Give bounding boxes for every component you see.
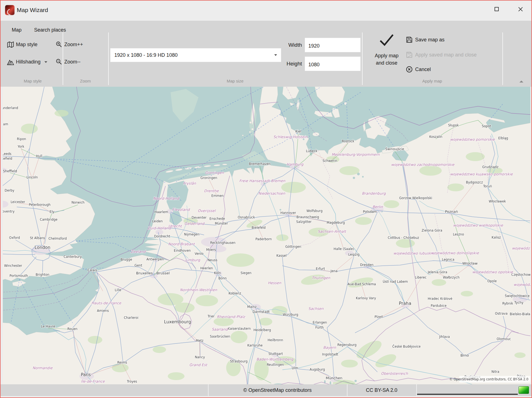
hillshading-button[interactable]: Hillshading	[7, 58, 47, 66]
map-label-city: Świnoujście	[385, 147, 404, 151]
map-label-region: Limburg	[185, 258, 200, 262]
map-label-city: Saarbrücken	[210, 335, 230, 338]
map-label-city: Strasbourg	[230, 359, 247, 363]
map-label-city: Karlovy Vary	[356, 296, 376, 300]
status-bar: © OpenStreetMap contributors CC BY-SA 2.…	[1, 384, 531, 396]
collapse-ribbon-button[interactable]	[519, 81, 523, 83]
map-label-city: Recklinghausen	[210, 241, 236, 245]
zoom-out-label: Zoom--	[64, 59, 81, 65]
map-label-city: Plzeň	[375, 315, 383, 319]
status-separator	[416, 384, 417, 396]
map-label-region: Schleswig-Holstein	[273, 135, 308, 139]
map-label-region: Zuid-Holland	[148, 226, 171, 230]
map-label-city: Bielefeld	[252, 226, 266, 230]
map-label-city: Aue-Bad Schlema	[347, 282, 376, 286]
map-label-city: Ostrava	[495, 312, 507, 315]
map-viewport[interactable]: SunderlandDurhamRiponYorkLeedsWakefieldH…	[3, 87, 530, 384]
map-label-city: Heidelberg	[254, 328, 271, 332]
map-label-city: Gent	[134, 263, 142, 267]
map-label-city: Antwerpen	[146, 257, 164, 261]
group-separator	[502, 32, 503, 85]
map-label-city: Erfurt	[316, 267, 325, 271]
map-label-city: České Budějovice	[392, 344, 420, 348]
map-label-region: Fryslân	[183, 181, 196, 185]
map-label-region: Brandenburg	[362, 191, 386, 196]
cancel-button[interactable]: Cancel	[405, 65, 431, 73]
map-label-city: Sunderland	[3, 106, 18, 110]
map-label-city: Bruxelles - Brussel	[136, 271, 170, 275]
zoom-in-button[interactable]: Zoom++	[55, 41, 83, 48]
tab-map[interactable]: Map	[12, 26, 22, 34]
map-label-city: Poznań	[445, 209, 458, 214]
map-label-city: Ingolstadt	[322, 352, 338, 356]
status-attribution: © OpenStreetMap contributors	[208, 384, 347, 396]
map-label-city: Ústí nad Labem	[383, 279, 408, 284]
map-label-city: Enschede	[209, 217, 225, 221]
map-label-city: Kalisz	[492, 235, 501, 239]
height-input[interactable]	[305, 56, 361, 71]
map-label-city: Hradec Králové	[428, 297, 452, 301]
map-label-city: Leicester	[11, 200, 25, 204]
map-label-city: Świętochłowice	[505, 294, 529, 298]
map-label-city: Hannover	[280, 211, 296, 215]
map-label-city: Lille	[115, 288, 121, 292]
map-label-city: Coventry	[3, 209, 15, 213]
width-input[interactable]	[305, 38, 361, 52]
map-label-region: Sachsen-Anhalt	[318, 229, 346, 234]
map-label-city: Heilbronn	[268, 338, 283, 342]
map-wizard-window: Map Wizard Map Search places Map style H…	[0, 0, 532, 398]
map-label-city: Siegen	[240, 271, 251, 275]
map-label-city: Metz	[196, 339, 204, 343]
magnifier-plus-icon	[55, 41, 63, 48]
close-button[interactable]	[514, 4, 527, 15]
map-label-region: Rheinland-Pfalz	[217, 315, 246, 319]
tab-search-places[interactable]: Search places	[34, 26, 66, 34]
maximize-button[interactable]	[490, 4, 503, 15]
apply-saved-map-button[interactable]: Apply saved map and close	[405, 51, 477, 59]
map-label-city: Bremerhaven	[249, 162, 271, 166]
map-label-city: Jena	[330, 269, 338, 273]
map-label-city: London	[35, 245, 51, 250]
map-size-preset-select[interactable]: 1920 x 1080 - 16:9 HD 1080	[110, 48, 281, 62]
map-label-city: Darmstadt	[253, 310, 270, 314]
map-label-city: Wrocław	[462, 261, 478, 265]
map-label-city: Dresden	[360, 263, 373, 267]
map-label-region: Zeeland	[131, 249, 146, 254]
map-style-button[interactable]: Map style	[7, 41, 37, 48]
hillshading-label: Hillshading	[16, 59, 41, 65]
floppy-disk-icon	[405, 36, 413, 44]
map-label-region: województwo kujawsko-pomorskie	[450, 172, 513, 176]
map-label-city: Tychy	[514, 301, 524, 305]
chevron-down-icon	[44, 61, 47, 63]
map-label-city: Bonn	[218, 276, 227, 280]
map-label-city: Lübeck	[306, 149, 318, 153]
map-label-city: Jihlava	[439, 335, 450, 339]
map-label-city: Brighton	[36, 273, 49, 277]
map-label-city: Olomouc	[496, 337, 511, 341]
map-label-city: Słupsk	[448, 123, 459, 127]
map-label-region: Saarland	[212, 327, 228, 331]
map-label-region: Nordrhein-Westfalen	[180, 288, 217, 292]
map-label-city: Rybnik	[502, 302, 513, 305]
map-label-city: Amiens	[97, 309, 109, 313]
map-label-city: Ely	[49, 210, 54, 214]
map-label-region: województwo zachodniopomorskie	[391, 163, 455, 167]
map-label-city: Le Havre	[41, 324, 55, 328]
map-label-region: Thüringen	[312, 276, 330, 280]
zoom-out-button[interactable]: Zoom--	[55, 58, 81, 65]
save-map-as-button[interactable]: Save map as	[405, 36, 444, 44]
map-label-region: Hessen	[268, 281, 281, 285]
map-label-city: Charleroi	[124, 316, 138, 320]
map-label-region: województwo łódzkie	[512, 246, 530, 250]
map-label-city: Halle (Saale)	[334, 247, 354, 251]
map-label-city: Mainz	[247, 305, 257, 309]
map-label-region: Baden-Württemberg	[256, 357, 294, 361]
ribbon: Map Search places Map style Hillshading	[1, 21, 531, 87]
map-label-region: Noord-Holland	[153, 196, 179, 201]
apply-map-and-close-button[interactable]: Apply map and close	[365, 33, 409, 83]
map-label-region: Flevoland	[172, 208, 190, 212]
map-label-region: województwo dolnośląskie	[431, 251, 479, 255]
map-label-region: Oberösterreich	[381, 371, 408, 376]
map-label-city: Portsmouth	[10, 274, 28, 278]
map-label-city: Leiden	[152, 219, 163, 223]
